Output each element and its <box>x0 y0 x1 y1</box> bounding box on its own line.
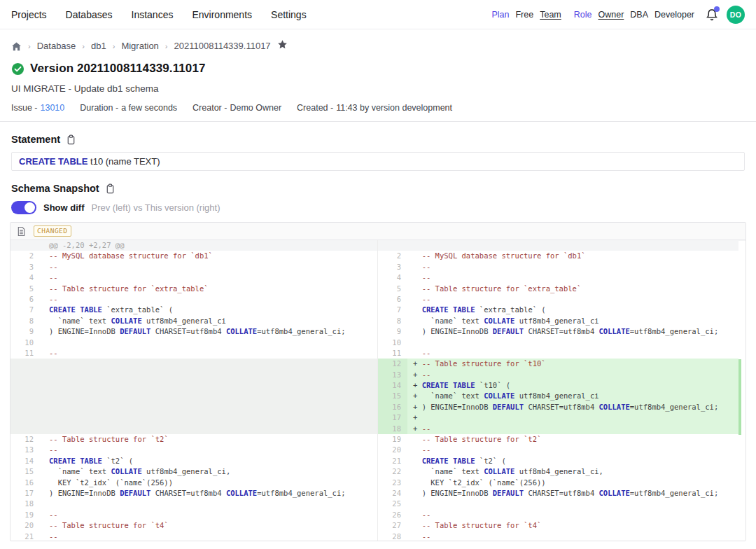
diff-added-row: 18+ -- <box>378 424 746 434</box>
diff-context-row: 5 -- Table structure for `extra_table` <box>378 284 746 294</box>
role-option-developer: Developer <box>654 10 694 20</box>
diff-added-row: 14+ CREATE TABLE `t10` ( <box>378 380 746 391</box>
meta-item-3: Creator -Demo Owner <box>192 103 281 113</box>
breadcrumb-items: ›Database›db1›Migration›20211008114339.1… <box>28 40 271 53</box>
diff-pane-previous: @@ -2,20 +2,27 @@2-- MySQL database stru… <box>10 240 378 541</box>
diff-context-row: 14CREATE TABLE `t2` ( <box>10 456 377 466</box>
plan-group: Plan FreeTeam <box>491 10 561 20</box>
statement-sql: CREATE TABLE t10 (name TEXT) <box>11 152 745 171</box>
version-title-row: Version 20211008114339.11017 <box>11 61 745 76</box>
schema-snapshot-heading: Schema Snapshot <box>11 182 745 195</box>
diff-added-row: 16+ ) ENGINE=InnoDB DEFAULT CHARSET=utf8… <box>378 402 746 412</box>
diff-added-row: 15+ `name` text COLLATE utf8mb4_general_… <box>378 391 746 401</box>
changed-badge: CHANGED <box>34 225 71 237</box>
document-icon <box>17 226 26 237</box>
diff-context-row: 23 KEY `t2_idx` (`name`(256)) <box>378 478 746 488</box>
schema-diff-viewer: CHANGED @@ -2,20 +2,27 @@2-- MySQL datab… <box>10 222 746 541</box>
show-diff-toggle[interactable] <box>11 201 36 214</box>
diff-header: CHANGED <box>10 223 746 240</box>
diff-context-row: 8 `name` text COLLATE utf8mb4_general_ci <box>378 316 746 326</box>
diff-context-row: 20-- Table structure for `t4` <box>10 520 377 531</box>
meta-label: Issue - <box>11 103 38 113</box>
diff-context-row: 7CREATE TABLE `extra_table` ( <box>10 305 377 315</box>
show-diff-label: Show diff <box>43 202 85 213</box>
nav-item-databases[interactable]: Databases <box>66 9 113 20</box>
diff-context-row: 27 -- Table structure for `t4` <box>378 520 746 531</box>
diff-context-row: 24 ) ENGINE=InnoDB DEFAULT CHARSET=utf8m… <box>378 488 746 499</box>
diff-context-row: 2-- MySQL database structure for `db1` <box>10 251 377 261</box>
nav-item-environments[interactable]: Environments <box>192 9 252 20</box>
diff-context-row: 15 `name` text COLLATE utf8mb4_general_c… <box>10 466 377 477</box>
nav-item-projects[interactable]: Projects <box>11 9 47 20</box>
diff-context-row: 6-- <box>10 294 377 305</box>
diff-context-row: 2 -- MySQL database structure for `db1` <box>378 251 746 261</box>
diff-context-row: 10 <box>378 338 746 348</box>
diff-context-row: 16 KEY `t2_idx` (`name`(256)) <box>10 478 377 488</box>
added-block-marker <box>738 359 741 435</box>
notification-bell-icon[interactable] <box>706 8 718 22</box>
plan-option-team[interactable]: Team <box>540 10 561 20</box>
diff-context-row: 7 CREATE TABLE `extra_table` ( <box>378 305 746 315</box>
diff-context-row: 28 -- <box>378 531 746 541</box>
diff-pane-current: 2 -- MySQL database structure for `db1`3… <box>378 240 746 541</box>
show-diff-row: Show diff Prev (left) vs This version (r… <box>11 201 745 214</box>
nav-right-cluster: Plan FreeTeam Role OwnerDBADeveloper DO <box>491 6 745 24</box>
avatar[interactable]: DO <box>727 6 745 24</box>
meta-value: 11:43 by version development <box>336 103 452 113</box>
diff-context-row: 5-- Table structure for `extra_table` <box>10 284 377 294</box>
diff-context-row: 6 -- <box>378 294 746 305</box>
top-nav: ProjectsDatabasesInstancesEnvironmentsSe… <box>0 0 756 29</box>
overview-ruler[interactable] <box>738 241 746 541</box>
star-icon[interactable] <box>277 39 288 53</box>
page-title: Version 20211008114339.11017 <box>30 62 206 76</box>
statement-heading: Statement <box>11 133 745 146</box>
diff-placeholder-row <box>10 424 377 434</box>
home-icon[interactable] <box>11 41 22 52</box>
meta-label: Duration - <box>80 103 118 113</box>
issue-link[interactable]: 13010 <box>41 103 65 113</box>
breadcrumb-separator: › <box>82 40 85 53</box>
diff-placeholder-row <box>10 370 377 380</box>
breadcrumb-separator: › <box>113 40 115 53</box>
check-circle-icon <box>11 62 24 76</box>
diff-context-row: 8 `name` text COLLATE utf8mb4_general_ci <box>10 316 377 326</box>
breadcrumb: ›Database›db1›Migration›20211008114339.1… <box>0 29 756 53</box>
breadcrumb-item-2[interactable]: db1 <box>91 40 106 53</box>
meta-row: Issue -13010Duration -a few secondsCreat… <box>11 103 745 113</box>
role-option-owner[interactable]: Owner <box>598 10 624 20</box>
role-label: Role <box>574 10 592 20</box>
meta-item-1: Issue -13010 <box>11 103 64 113</box>
diff-placeholder-row <box>10 359 377 369</box>
meta-item-4: Created -11:43 by version development <box>297 103 452 113</box>
diff-body: @@ -2,20 +2,27 @@2-- MySQL database stru… <box>10 240 746 541</box>
nav-item-instances[interactable]: Instances <box>132 9 174 20</box>
nav-item-settings[interactable]: Settings <box>271 9 307 20</box>
plan-label: Plan <box>491 10 509 20</box>
section-divider <box>0 121 756 122</box>
diff-context-row: 9 ) ENGINE=InnoDB DEFAULT CHARSET=utf8mb… <box>378 326 746 337</box>
main-nav-items: ProjectsDatabasesInstancesEnvironmentsSe… <box>11 9 307 20</box>
breadcrumb-separator: › <box>165 40 168 53</box>
role-option-dba: DBA <box>630 10 648 20</box>
diff-context-row: 13-- <box>10 445 377 455</box>
diff-context-row: 12-- Table structure for `t2` <box>10 434 377 445</box>
diff-hint: Prev (left) vs This version (right) <box>92 202 220 213</box>
diff-context-row: 18 <box>10 499 377 509</box>
copy-statement-icon[interactable] <box>66 134 76 145</box>
diff-context-row: 4 -- <box>378 272 746 283</box>
diff-context-row: 21 CREATE TABLE `t2` ( <box>378 456 746 466</box>
breadcrumb-item-1[interactable]: Database <box>37 40 76 53</box>
breadcrumb-separator: › <box>28 40 31 53</box>
diff-context-row: 20 -- <box>378 445 746 455</box>
role-group: Role OwnerDBADeveloper <box>574 10 694 20</box>
diff-context-row: 19-- <box>10 510 377 520</box>
diff-context-row: 3 -- <box>378 262 746 272</box>
meta-value: Demo Owner <box>230 103 281 113</box>
diff-context-row: 22 `name` text COLLATE utf8mb4_general_c… <box>378 466 746 477</box>
diff-context-row: 19 -- Table structure for `t2` <box>378 434 746 445</box>
breadcrumb-item-3[interactable]: Migration <box>121 40 158 53</box>
diff-added-row: 13+ -- <box>378 370 746 380</box>
breadcrumb-item-4[interactable]: 20211008114339.11017 <box>174 40 271 53</box>
diff-placeholder-row <box>10 380 377 391</box>
copy-snapshot-icon[interactable] <box>105 183 115 194</box>
